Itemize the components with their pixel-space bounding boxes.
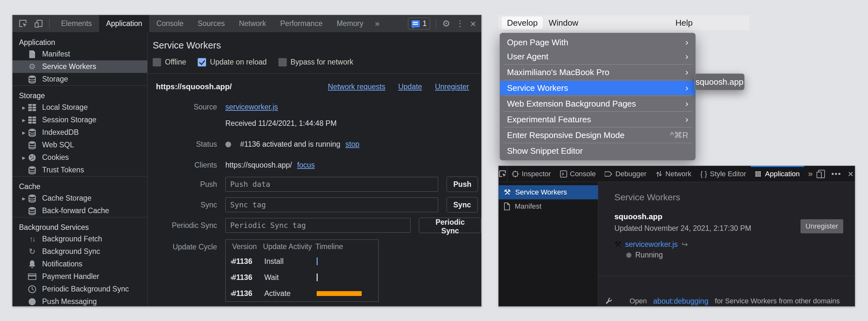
focus-link[interactable]: focus [297,161,315,170]
menu-separator [503,96,692,96]
sidebar-item-web-sql[interactable]: Web SQL [12,139,147,151]
menu-item-user-agent[interactable]: User Agent › [500,49,695,64]
update-link[interactable]: Update [398,82,422,91]
tab-elements[interactable]: Elements [54,15,99,32]
tab-network[interactable]: Network [232,15,273,32]
tab-network[interactable]: Network [651,166,696,182]
meatball-menu-icon[interactable]: ••• [831,170,841,178]
source-file-link[interactable]: serviceworker.js [225,103,278,111]
unregister-button[interactable]: Unregister [801,219,843,234]
client-url: https://squoosh.app/ [225,161,292,170]
sidebar-item-cache-storage[interactable]: ▸ Cache Storage [12,192,147,205]
menu-separator [503,64,692,65]
sidebar-item-manifest[interactable]: Manifest [499,199,598,213]
update-cycle-label: Update Cycle [153,243,217,251]
worker-file-link[interactable]: serviceworker.js [625,240,678,249]
tab-memory[interactable]: Memory [330,15,370,32]
menubar-item-window[interactable]: Window [543,16,584,30]
tab-performance[interactable]: Performance [273,15,330,32]
sidebar-item-session-storage[interactable]: ▸ Session Storage [12,114,147,126]
sync-button[interactable]: Sync [446,197,478,213]
sidebar-item-background-sync[interactable]: ↻ Background Sync [12,245,147,258]
tab-debugger[interactable]: Debugger [600,166,651,182]
sidebar-item-notifications[interactable]: Notifications [12,258,147,270]
sidebar-item-service-workers[interactable]: ⚒ Service Workers [499,185,598,199]
sidebar-item-push-messaging[interactable]: Push Messaging [12,295,147,307]
kebab-menu-icon[interactable]: ⋮ [456,19,464,29]
checkbox-box[interactable] [153,58,161,66]
disclosure-triangle-icon[interactable]: ▸ [226,258,232,265]
sidebar-item-trust-tokens[interactable]: Trust Tokens [12,164,147,176]
grid-icon [755,171,762,178]
table-row[interactable]: ▸ #1136 Install [226,253,378,269]
menubar-item-develop[interactable]: Develop [501,16,543,30]
inspect-element-icon[interactable] [18,19,28,29]
disclosure-triangle-icon[interactable]: ▸ [20,116,27,124]
sidebar-item-manifest[interactable]: Manifest [12,48,147,60]
menu-item-service-workers[interactable]: Service Workers › [500,81,695,95]
close-icon[interactable]: × [470,19,476,29]
device-toolbar-icon[interactable] [34,19,43,29]
stop-link[interactable]: stop [346,140,360,149]
section-header-background-services: Background Services [12,222,147,233]
sidebar-item-storage[interactable]: Storage [12,73,147,85]
sidebar-item-service-workers[interactable]: ⚙ Service Workers [12,60,147,73]
menu-item-open-page-with[interactable]: Open Page With › [500,35,695,49]
menu-item-macbook-pro[interactable]: Maximiliano's MacBook Pro › [500,65,695,79]
offline-checkbox[interactable]: Offline [153,58,186,66]
sidebar-section-application: Application Manifest ⚙ Service Workers [12,32,147,86]
tab-console[interactable]: Console [149,15,190,32]
menu-item-show-snippet-editor[interactable]: Show Snippet Editor [500,144,695,158]
push-label: Push [153,180,217,189]
about-debugging-link[interactable]: about:debugging [653,297,708,306]
disclosure-triangle-icon[interactable]: ▸ [20,104,27,111]
responsive-design-icon[interactable] [816,170,825,178]
network-requests-link[interactable]: Network requests [328,82,385,91]
sidebar-item-label: Session Storage [42,115,96,124]
update-on-reload-checkbox[interactable]: Update on reload [198,58,267,66]
checkbox-box[interactable] [198,58,206,66]
checkbox-box[interactable] [278,58,287,66]
page-icon [504,203,510,210]
tab-application[interactable]: Application [751,166,804,182]
disclosure-triangle-icon[interactable]: ▸ [20,154,27,162]
gear-icon[interactable]: ⚙ [442,18,450,29]
unregister-link[interactable]: Unregister [435,82,469,91]
table-row[interactable]: ▸ #1136 Activate [226,285,378,301]
bypass-for-network-checkbox[interactable]: Bypass for network [278,58,353,66]
sidebar-item-periodic-background-sync[interactable]: Periodic Background Sync [12,283,147,295]
close-icon[interactable]: × [848,169,854,179]
element-picker-icon[interactable] [499,166,507,182]
submenu-item-squoosh[interactable]: squoosh.app [696,77,744,87]
submenu-chevron-icon: › [685,67,688,77]
disclosure-triangle-icon[interactable]: ▸ [20,194,27,202]
more-tabs-icon[interactable]: » [804,166,816,182]
menubar-item-help[interactable]: Help [670,16,698,30]
sidebar-item-payment-handler[interactable]: Payment Handler [12,270,147,283]
push-button[interactable]: Push [446,177,478,192]
tab-style-editor[interactable]: { } Style Editor [696,166,751,182]
tab-inspector[interactable]: Inspector [507,166,556,182]
tab-application[interactable]: Application [99,15,150,32]
disclosure-triangle-icon[interactable]: ▸ [226,290,232,297]
tab-console[interactable]: Console [556,166,600,182]
menu-item-enter-responsive-design-mode[interactable]: Enter Responsive Design Mode ^⌘R [500,128,695,142]
periodic-sync-tag-input[interactable] [225,218,410,233]
sidebar-item-label: Periodic Background Sync [42,285,129,293]
push-data-input[interactable] [225,177,438,192]
sidebar-item-cookies[interactable]: ▸ Cookies [12,151,147,164]
disclosure-triangle-icon[interactable]: ▸ [20,129,27,136]
menu-item-experimental-features[interactable]: Experimental Features › [500,112,695,127]
menu-item-web-extension-background-pages[interactable]: Web Extension Background Pages › [500,97,695,111]
periodic-sync-button[interactable]: Periodic Sync [419,218,481,233]
sidebar-item-local-storage[interactable]: ▸ Local Storage [12,101,147,114]
sidebar-item-back-forward-cache[interactable]: Back-forward Cache [12,205,147,217]
more-tabs-icon[interactable]: » [370,15,384,32]
disclosure-triangle-icon[interactable]: ▸ [226,274,232,281]
sidebar-item-background-fetch[interactable]: ↑↓ Background Fetch [12,233,147,245]
tab-sources[interactable]: Sources [191,15,232,32]
issues-badge[interactable]: 1 [408,17,430,30]
table-row[interactable]: ▸ #1136 Wait [226,269,378,285]
sync-tag-input[interactable] [225,198,438,212]
sidebar-item-indexeddb[interactable]: ▸ IndexedDB [12,126,147,139]
